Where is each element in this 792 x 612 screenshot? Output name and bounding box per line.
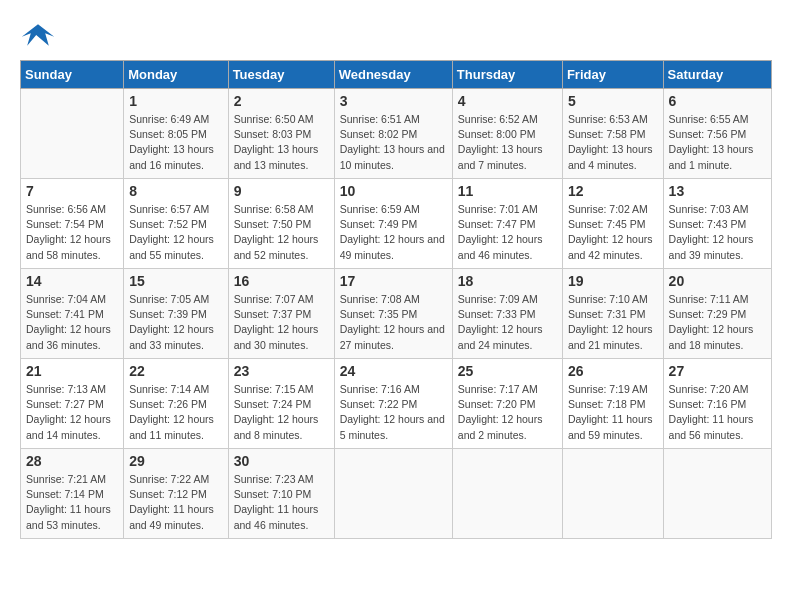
day-info: Sunrise: 7:10 AMSunset: 7:31 PMDaylight:… — [568, 292, 658, 353]
day-info: Sunrise: 6:51 AMSunset: 8:02 PMDaylight:… — [340, 112, 447, 173]
day-info: Sunrise: 7:11 AMSunset: 7:29 PMDaylight:… — [669, 292, 766, 353]
day-number: 6 — [669, 93, 766, 109]
day-info: Sunrise: 7:07 AMSunset: 7:37 PMDaylight:… — [234, 292, 329, 353]
logo-icon — [20, 20, 56, 50]
day-info: Sunrise: 7:03 AMSunset: 7:43 PMDaylight:… — [669, 202, 766, 263]
calendar-cell: 29Sunrise: 7:22 AMSunset: 7:12 PMDayligh… — [124, 449, 228, 539]
day-info: Sunrise: 6:50 AMSunset: 8:03 PMDaylight:… — [234, 112, 329, 173]
day-number: 20 — [669, 273, 766, 289]
day-number: 14 — [26, 273, 118, 289]
day-info: Sunrise: 7:08 AMSunset: 7:35 PMDaylight:… — [340, 292, 447, 353]
day-info: Sunrise: 7:04 AMSunset: 7:41 PMDaylight:… — [26, 292, 118, 353]
day-info: Sunrise: 7:14 AMSunset: 7:26 PMDaylight:… — [129, 382, 222, 443]
day-info: Sunrise: 7:20 AMSunset: 7:16 PMDaylight:… — [669, 382, 766, 443]
day-number: 4 — [458, 93, 557, 109]
calendar-cell — [663, 449, 771, 539]
day-info: Sunrise: 7:01 AMSunset: 7:47 PMDaylight:… — [458, 202, 557, 263]
day-number: 15 — [129, 273, 222, 289]
day-info: Sunrise: 7:02 AMSunset: 7:45 PMDaylight:… — [568, 202, 658, 263]
day-info: Sunrise: 7:19 AMSunset: 7:18 PMDaylight:… — [568, 382, 658, 443]
day-info: Sunrise: 6:56 AMSunset: 7:54 PMDaylight:… — [26, 202, 118, 263]
calendar-cell: 9Sunrise: 6:58 AMSunset: 7:50 PMDaylight… — [228, 179, 334, 269]
calendar-week-row: 14Sunrise: 7:04 AMSunset: 7:41 PMDayligh… — [21, 269, 772, 359]
calendar-cell: 19Sunrise: 7:10 AMSunset: 7:31 PMDayligh… — [562, 269, 663, 359]
calendar-cell: 18Sunrise: 7:09 AMSunset: 7:33 PMDayligh… — [452, 269, 562, 359]
calendar-cell: 17Sunrise: 7:08 AMSunset: 7:35 PMDayligh… — [334, 269, 452, 359]
calendar-cell: 26Sunrise: 7:19 AMSunset: 7:18 PMDayligh… — [562, 359, 663, 449]
day-number: 17 — [340, 273, 447, 289]
calendar-week-row: 1Sunrise: 6:49 AMSunset: 8:05 PMDaylight… — [21, 89, 772, 179]
day-number: 5 — [568, 93, 658, 109]
calendar-cell: 14Sunrise: 7:04 AMSunset: 7:41 PMDayligh… — [21, 269, 124, 359]
calendar-cell: 16Sunrise: 7:07 AMSunset: 7:37 PMDayligh… — [228, 269, 334, 359]
day-number: 26 — [568, 363, 658, 379]
header-saturday: Saturday — [663, 61, 771, 89]
header-friday: Friday — [562, 61, 663, 89]
day-info: Sunrise: 7:21 AMSunset: 7:14 PMDaylight:… — [26, 472, 118, 533]
calendar-week-row: 21Sunrise: 7:13 AMSunset: 7:27 PMDayligh… — [21, 359, 772, 449]
calendar-cell: 24Sunrise: 7:16 AMSunset: 7:22 PMDayligh… — [334, 359, 452, 449]
svg-marker-0 — [22, 24, 54, 46]
day-number: 8 — [129, 183, 222, 199]
day-number: 29 — [129, 453, 222, 469]
day-number: 12 — [568, 183, 658, 199]
calendar-week-row: 7Sunrise: 6:56 AMSunset: 7:54 PMDaylight… — [21, 179, 772, 269]
day-number: 23 — [234, 363, 329, 379]
day-number: 19 — [568, 273, 658, 289]
header-tuesday: Tuesday — [228, 61, 334, 89]
calendar-cell: 7Sunrise: 6:56 AMSunset: 7:54 PMDaylight… — [21, 179, 124, 269]
calendar-cell: 22Sunrise: 7:14 AMSunset: 7:26 PMDayligh… — [124, 359, 228, 449]
day-number: 7 — [26, 183, 118, 199]
calendar-cell: 30Sunrise: 7:23 AMSunset: 7:10 PMDayligh… — [228, 449, 334, 539]
calendar-cell: 12Sunrise: 7:02 AMSunset: 7:45 PMDayligh… — [562, 179, 663, 269]
day-info: Sunrise: 7:22 AMSunset: 7:12 PMDaylight:… — [129, 472, 222, 533]
day-info: Sunrise: 7:15 AMSunset: 7:24 PMDaylight:… — [234, 382, 329, 443]
calendar-cell — [334, 449, 452, 539]
calendar-cell: 6Sunrise: 6:55 AMSunset: 7:56 PMDaylight… — [663, 89, 771, 179]
day-info: Sunrise: 7:17 AMSunset: 7:20 PMDaylight:… — [458, 382, 557, 443]
calendar-cell: 5Sunrise: 6:53 AMSunset: 7:58 PMDaylight… — [562, 89, 663, 179]
calendar-cell: 10Sunrise: 6:59 AMSunset: 7:49 PMDayligh… — [334, 179, 452, 269]
day-number: 16 — [234, 273, 329, 289]
calendar-cell: 23Sunrise: 7:15 AMSunset: 7:24 PMDayligh… — [228, 359, 334, 449]
calendar-cell: 1Sunrise: 6:49 AMSunset: 8:05 PMDaylight… — [124, 89, 228, 179]
calendar-cell: 25Sunrise: 7:17 AMSunset: 7:20 PMDayligh… — [452, 359, 562, 449]
day-info: Sunrise: 7:23 AMSunset: 7:10 PMDaylight:… — [234, 472, 329, 533]
header-sunday: Sunday — [21, 61, 124, 89]
day-number: 1 — [129, 93, 222, 109]
day-number: 21 — [26, 363, 118, 379]
day-info: Sunrise: 6:57 AMSunset: 7:52 PMDaylight:… — [129, 202, 222, 263]
calendar-header-row: SundayMondayTuesdayWednesdayThursdayFrid… — [21, 61, 772, 89]
day-number: 28 — [26, 453, 118, 469]
day-number: 9 — [234, 183, 329, 199]
day-info: Sunrise: 6:53 AMSunset: 7:58 PMDaylight:… — [568, 112, 658, 173]
calendar-cell — [452, 449, 562, 539]
calendar-cell: 11Sunrise: 7:01 AMSunset: 7:47 PMDayligh… — [452, 179, 562, 269]
calendar-cell: 28Sunrise: 7:21 AMSunset: 7:14 PMDayligh… — [21, 449, 124, 539]
calendar-cell — [21, 89, 124, 179]
day-number: 2 — [234, 93, 329, 109]
header — [20, 20, 772, 50]
day-info: Sunrise: 7:13 AMSunset: 7:27 PMDaylight:… — [26, 382, 118, 443]
calendar-cell: 15Sunrise: 7:05 AMSunset: 7:39 PMDayligh… — [124, 269, 228, 359]
day-info: Sunrise: 7:16 AMSunset: 7:22 PMDaylight:… — [340, 382, 447, 443]
day-number: 25 — [458, 363, 557, 379]
calendar-cell: 8Sunrise: 6:57 AMSunset: 7:52 PMDaylight… — [124, 179, 228, 269]
header-wednesday: Wednesday — [334, 61, 452, 89]
day-number: 22 — [129, 363, 222, 379]
calendar-cell: 21Sunrise: 7:13 AMSunset: 7:27 PMDayligh… — [21, 359, 124, 449]
day-info: Sunrise: 6:58 AMSunset: 7:50 PMDaylight:… — [234, 202, 329, 263]
day-number: 24 — [340, 363, 447, 379]
day-number: 3 — [340, 93, 447, 109]
day-info: Sunrise: 6:49 AMSunset: 8:05 PMDaylight:… — [129, 112, 222, 173]
logo — [20, 20, 62, 50]
calendar-cell — [562, 449, 663, 539]
day-number: 27 — [669, 363, 766, 379]
calendar-cell: 4Sunrise: 6:52 AMSunset: 8:00 PMDaylight… — [452, 89, 562, 179]
calendar-table: SundayMondayTuesdayWednesdayThursdayFrid… — [20, 60, 772, 539]
calendar-cell: 3Sunrise: 6:51 AMSunset: 8:02 PMDaylight… — [334, 89, 452, 179]
day-info: Sunrise: 6:59 AMSunset: 7:49 PMDaylight:… — [340, 202, 447, 263]
header-monday: Monday — [124, 61, 228, 89]
day-info: Sunrise: 7:09 AMSunset: 7:33 PMDaylight:… — [458, 292, 557, 353]
calendar-cell: 2Sunrise: 6:50 AMSunset: 8:03 PMDaylight… — [228, 89, 334, 179]
